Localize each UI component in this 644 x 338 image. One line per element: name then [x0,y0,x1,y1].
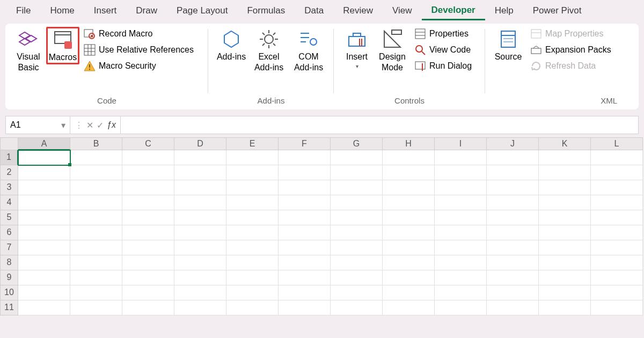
cell[interactable] [279,270,331,285]
row-header[interactable]: 1 [0,150,18,165]
cell[interactable] [383,195,435,210]
row-header[interactable]: 3 [0,180,18,195]
cell[interactable] [539,195,591,210]
tab-page-layout[interactable]: Page Layout [167,2,237,19]
cell[interactable] [383,210,435,225]
cell[interactable] [591,150,643,165]
cell[interactable] [435,195,487,210]
cell[interactable] [331,240,383,255]
accept-icon[interactable]: ✓ [97,120,104,130]
cell[interactable] [539,240,591,255]
cell[interactable] [487,225,539,240]
column-header[interactable]: I [435,137,487,150]
cell[interactable] [383,240,435,255]
cell[interactable] [331,255,383,270]
cell[interactable] [18,270,70,285]
cell[interactable] [226,180,279,195]
cell[interactable] [279,150,331,165]
cell[interactable] [279,225,331,240]
cell[interactable] [174,300,226,315]
cell[interactable] [174,150,226,165]
cell[interactable] [174,195,226,210]
cell[interactable] [226,165,279,180]
cell[interactable] [18,285,70,300]
com-addins-button[interactable]: COM Add-ins [289,27,328,74]
tab-review[interactable]: Review [333,2,383,19]
cell[interactable] [435,150,487,165]
cell[interactable] [383,165,435,180]
cell[interactable] [383,300,435,315]
cell[interactable] [279,180,331,195]
cell[interactable] [122,270,174,285]
view-code-button[interactable]: View Code [412,43,480,57]
row-header[interactable]: 6 [0,225,18,240]
cell[interactable] [18,255,70,270]
cell[interactable] [331,195,383,210]
cell[interactable] [279,165,331,180]
cell[interactable] [18,150,70,165]
cell[interactable] [18,180,70,195]
cell[interactable] [435,225,487,240]
cell[interactable] [70,300,122,315]
cell[interactable] [226,255,279,270]
cell[interactable] [539,255,591,270]
source-button[interactable]: Source [491,27,526,63]
cell[interactable] [487,285,539,300]
cell[interactable] [174,165,226,180]
cell[interactable] [383,285,435,300]
cell[interactable] [70,240,122,255]
cell[interactable] [487,165,539,180]
cell[interactable] [174,180,226,195]
cell[interactable] [487,240,539,255]
cell[interactable] [539,180,591,195]
cell[interactable] [487,210,539,225]
cell[interactable] [18,225,70,240]
cell[interactable] [539,300,591,315]
cell[interactable] [591,210,643,225]
use-relative-button[interactable]: Use Relative References [82,43,203,57]
cell[interactable] [226,285,279,300]
cell[interactable] [539,270,591,285]
cell[interactable] [331,285,383,300]
cell[interactable] [18,210,70,225]
cell[interactable] [591,240,643,255]
row-header[interactable]: 2 [0,165,18,180]
column-header[interactable]: B [70,137,122,150]
cell[interactable] [122,225,174,240]
macros-button[interactable]: Macros [46,27,79,64]
cell[interactable] [226,225,279,240]
fx-icon[interactable]: ƒx [107,120,116,130]
cell[interactable] [279,210,331,225]
cell[interactable] [18,195,70,210]
cell[interactable] [279,300,331,315]
cell[interactable] [279,240,331,255]
insert-button[interactable]: Insert ▾ [339,27,375,70]
chevron-down-icon[interactable]: ▾ [61,120,65,130]
cancel-icon[interactable]: ✕ [86,120,93,130]
excel-addins-button[interactable]: Excel Add-ins [249,27,289,74]
cell[interactable] [487,195,539,210]
row-header[interactable]: 11 [0,300,18,315]
cell[interactable] [331,225,383,240]
cell[interactable] [226,240,279,255]
visual-basic-button[interactable]: Visual Basic [11,27,46,74]
cell[interactable] [331,270,383,285]
record-macro-button[interactable]: Record Macro [82,27,203,41]
cell[interactable] [174,255,226,270]
cell[interactable] [70,165,122,180]
cell[interactable] [18,165,70,180]
column-header[interactable]: E [226,137,279,150]
cell[interactable] [70,150,122,165]
cell[interactable] [18,300,70,315]
cell[interactable] [435,285,487,300]
tab-file[interactable]: File [6,2,40,19]
column-header[interactable]: G [331,137,383,150]
cell[interactable] [487,180,539,195]
row-header[interactable]: 8 [0,255,18,270]
cell[interactable] [226,195,279,210]
design-mode-button[interactable]: Design Mode [375,27,410,74]
cell[interactable] [174,270,226,285]
cell[interactable] [122,300,174,315]
cell[interactable] [331,150,383,165]
properties-button[interactable]: Properties [412,27,480,41]
